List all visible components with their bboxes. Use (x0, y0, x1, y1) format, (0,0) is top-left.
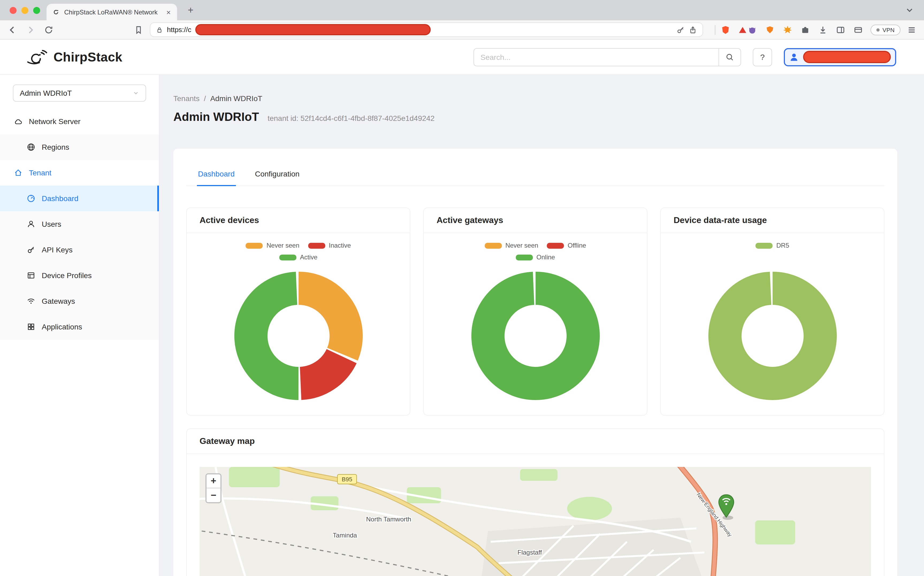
tab-title: ChirpStack LoRaWAN® Network (64, 8, 161, 16)
reload-button[interactable] (44, 25, 53, 35)
toolbar-divider (715, 25, 716, 35)
brand-name: ChirpStack (53, 50, 122, 64)
tab-search-chevron-icon[interactable] (905, 5, 914, 15)
legend-label: Active (300, 253, 317, 261)
vpn-label: VPN (882, 26, 895, 33)
downloads-icon[interactable] (818, 25, 828, 35)
gateway-map[interactable]: + − (200, 467, 871, 576)
vpn-button[interactable]: VPN (871, 24, 900, 35)
body: Admin WDRIoT Network Server Regions Tena… (0, 75, 924, 576)
url-text: https://c (167, 26, 191, 34)
app-header: ChirpStack ? (0, 40, 924, 75)
tab-configuration[interactable]: Configuration (254, 149, 301, 186)
legend-swatch (547, 243, 564, 248)
breadcrumb-tenants-link[interactable]: Tenants (173, 94, 200, 103)
tenant-id-label: tenant id: 52f14cd4-c6f1-4fbd-8f87-4025e… (267, 114, 434, 122)
active-gateways-card: Active gateways Never seenOfflineOnline (423, 208, 647, 416)
back-button[interactable] (8, 25, 17, 35)
sidebar-item-users[interactable]: Users (0, 211, 159, 237)
legend-item[interactable]: DR5 (756, 242, 789, 249)
browser-tab[interactable]: ChirpStack LoRaWAN® Network × (46, 4, 177, 20)
sidebar-item-label: Device Profiles (42, 271, 92, 280)
close-window-button[interactable] (10, 7, 17, 14)
minimize-window-button[interactable] (21, 7, 28, 14)
global-search (474, 48, 741, 66)
legend-item[interactable]: Never seen (484, 242, 538, 249)
sidebar-item-label: API Keys (42, 245, 72, 254)
active-devices-card: Active devices Never seenInactiveActive (186, 208, 410, 416)
url-redaction-blob (195, 24, 431, 35)
suburb-label-north-tamworth: North Tamworth (366, 515, 412, 523)
sidebar-item-dashboard[interactable]: Dashboard (0, 186, 159, 211)
dashboard-gauge-icon (27, 194, 35, 203)
new-tab-button[interactable]: + (184, 4, 198, 16)
browser-menu-icon[interactable] (907, 25, 916, 35)
side-panel-icon[interactable] (836, 25, 846, 35)
forward-button[interactable] (26, 25, 35, 35)
sidebar-item-network-server[interactable]: Network Server (0, 109, 159, 134)
legend-swatch (516, 254, 533, 260)
nav-buttons (8, 25, 53, 35)
browser-tab-strip: ChirpStack LoRaWAN® Network × + (0, 0, 924, 20)
sidebar-item-tenant[interactable]: Tenant (0, 160, 159, 186)
share-icon[interactable] (689, 26, 697, 34)
sidebar-item-api-keys[interactable]: API Keys (0, 237, 159, 262)
bookmark-icon[interactable] (134, 25, 143, 35)
legend-item[interactable]: Offline (547, 242, 586, 249)
wifi-icon (27, 297, 35, 306)
extension-cat-icon[interactable] (748, 25, 757, 35)
tab-close-icon[interactable]: × (165, 8, 172, 16)
legend-item[interactable]: Inactive (308, 242, 351, 249)
brave-shield-icon[interactable] (721, 25, 730, 35)
search-input[interactable] (474, 48, 719, 66)
key-icon[interactable] (677, 26, 685, 34)
chart-legend: DR5 (703, 242, 842, 266)
legend-label: Inactive (329, 242, 351, 249)
zoom-in-button[interactable]: + (207, 474, 221, 488)
map-title: Gateway map (187, 429, 884, 454)
extension-star-icon[interactable] (783, 25, 793, 35)
brand[interactable]: ChirpStack (25, 48, 122, 66)
zoom-window-button[interactable] (33, 7, 40, 14)
sidebar-item-gateways[interactable]: Gateways (0, 288, 159, 314)
metamask-fox-icon[interactable] (765, 25, 775, 35)
sidebar-item-regions[interactable]: Regions (0, 134, 159, 160)
sidebar-item-label: Regions (42, 143, 69, 151)
tab-dashboard[interactable]: Dashboard (197, 149, 236, 186)
sidebar-item-label: Users (42, 220, 61, 228)
zoom-out-button[interactable]: − (207, 488, 221, 502)
chart-legend: Never seenOfflineOnline (466, 242, 605, 266)
legend-label: Never seen (266, 242, 299, 249)
vpn-status-dot (877, 28, 880, 31)
extensions-puzzle-icon[interactable] (801, 25, 810, 35)
legend-label: Offline (568, 242, 586, 249)
extension-icons (748, 25, 863, 35)
chart-legend: Never seenInactiveActive (229, 242, 368, 266)
help-button[interactable]: ? (753, 48, 772, 66)
profile-table-icon (27, 271, 35, 280)
address-bar[interactable]: https://c (150, 22, 703, 37)
data-rate-usage-card: Device data-rate usage DR5 (660, 208, 884, 416)
breadcrumb: Tenants / Admin WDRIoT (173, 94, 897, 103)
sidebar-item-applications[interactable]: Applications (0, 314, 159, 339)
breadcrumb-current: Admin WDRIoT (210, 94, 262, 103)
sidebar-item-label: Gateways (42, 297, 75, 306)
key-icon (27, 245, 35, 254)
screen: ChirpStack LoRaWAN® Network × + https://… (0, 0, 924, 576)
legend-item[interactable]: Online (516, 253, 555, 261)
legend-item[interactable]: Active (279, 253, 317, 261)
legend-swatch (756, 243, 773, 248)
warning-triangle-icon[interactable] (738, 25, 748, 35)
route-badge-label: B95 (342, 476, 352, 483)
active-gateways-donut (437, 272, 634, 400)
legend-item[interactable]: Never seen (246, 242, 299, 249)
donut-segment (488, 288, 583, 384)
user-account-button[interactable] (784, 48, 896, 66)
sidebar-item-device-profiles[interactable]: Device Profiles (0, 262, 159, 288)
user-icon (789, 52, 799, 62)
sidebar-item-label: Tenant (29, 168, 51, 177)
tenant-select[interactable]: Admin WDRIoT (13, 85, 146, 102)
legend-label: Online (536, 253, 555, 261)
wallet-icon[interactable] (854, 25, 863, 35)
search-button[interactable] (719, 48, 741, 66)
